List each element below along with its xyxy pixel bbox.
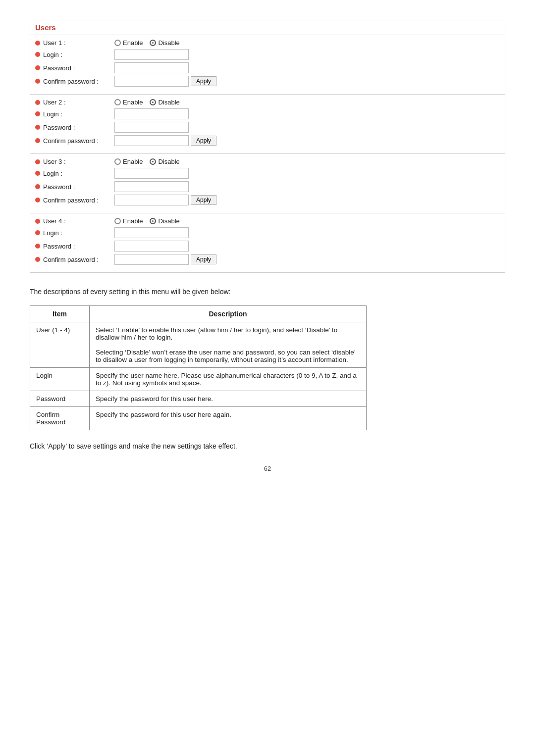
user-row-1: User 1 : Enable Disable — [35, 39, 500, 47]
bullet-icon — [35, 111, 40, 116]
confirm-input-2[interactable] — [114, 135, 189, 146]
user-row-4: User 4 : Enable Disable — [35, 217, 500, 225]
bullet-icon — [35, 257, 40, 262]
bullet-icon — [35, 79, 40, 84]
password-input-2[interactable] — [114, 122, 189, 133]
login-row-4: Login : — [35, 227, 500, 238]
table-row-1: LoginSpecify the user name here. Please … — [30, 368, 367, 391]
password-input-1[interactable] — [114, 62, 189, 73]
user-label-2: User 2 : — [35, 99, 114, 106]
page-number: 62 — [30, 465, 505, 472]
login-row-2: Login : — [35, 108, 500, 119]
table-item-0: User (1 - 4) — [30, 322, 90, 368]
table-row-3: Confirm PasswordSpecify the password for… — [30, 407, 367, 430]
password-input-4[interactable] — [114, 241, 189, 252]
enable-radio-btn-4[interactable] — [114, 218, 121, 224]
login-input-2[interactable] — [114, 108, 189, 119]
users-section: Users User 1 : Enable Disable — [30, 20, 505, 273]
col-desc-header: Description — [90, 306, 367, 322]
apply-button-1[interactable]: Apply — [191, 76, 216, 86]
description-table: Item Description User (1 - 4)Select ‘Ena… — [30, 305, 367, 430]
enable-radio-2[interactable]: Enable — [114, 99, 143, 106]
table-item-1: Login — [30, 368, 90, 391]
confirm-input-4[interactable] — [114, 254, 189, 265]
disable-radio-btn-1[interactable] — [150, 40, 156, 46]
footer-text: Click ‘Apply’ to save settings and make … — [30, 442, 505, 450]
bullet-icon — [35, 41, 40, 46]
login-row-3: Login : — [35, 168, 500, 179]
login-input-3[interactable] — [114, 168, 189, 179]
user-row-3: User 3 : Enable Disable — [35, 158, 500, 165]
login-row-1: Login : — [35, 49, 500, 60]
password-row-1: Password : — [35, 62, 500, 73]
enable-radio-4[interactable]: Enable — [114, 217, 143, 225]
password-row-2: Password : — [35, 122, 500, 133]
user-label-3: User 3 : — [35, 158, 114, 165]
table-desc-0: Select ‘Enable’ to enable this user (all… — [90, 322, 367, 368]
disable-radio-1[interactable]: Disable — [150, 39, 179, 47]
password-input-3[interactable] — [114, 181, 189, 192]
table-item-3: Confirm Password — [30, 407, 90, 430]
user-block-4: User 4 : Enable Disable Login : — [30, 213, 505, 272]
apply-button-4[interactable]: Apply — [191, 254, 216, 264]
user-label-1: User 1 : — [35, 39, 114, 47]
bullet-icon — [35, 125, 40, 130]
enable-radio-btn-1[interactable] — [114, 40, 121, 46]
bullet-icon — [35, 219, 40, 224]
user-block-2: User 2 : Enable Disable Login : — [30, 95, 505, 154]
login-input-4[interactable] — [114, 227, 189, 238]
users-title: Users — [30, 20, 505, 35]
bullet-icon — [35, 138, 40, 143]
table-desc-3: Specify the password for this user here … — [90, 407, 367, 430]
table-row-2: PasswordSpecify the password for this us… — [30, 391, 367, 407]
table-desc-1: Specify the user name here. Please use a… — [90, 368, 367, 391]
enable-disable-group-3[interactable]: Enable Disable — [114, 158, 180, 165]
enable-radio-btn-2[interactable] — [114, 99, 121, 105]
password-row-4: Password : — [35, 241, 500, 252]
bullet-icon — [35, 159, 40, 164]
table-item-2: Password — [30, 391, 90, 407]
enable-radio-3[interactable]: Enable — [114, 158, 143, 165]
enable-radio-1[interactable]: Enable — [114, 39, 143, 47]
bullet-icon — [35, 230, 40, 235]
bullet-icon — [35, 65, 40, 70]
confirm-input-3[interactable] — [114, 195, 189, 205]
disable-radio-4[interactable]: Disable — [150, 217, 179, 225]
password-row-3: Password : — [35, 181, 500, 192]
user-block-3: User 3 : Enable Disable Login : — [30, 154, 505, 213]
enable-disable-group-2[interactable]: Enable Disable — [114, 99, 180, 106]
table-desc-2: Specify the password for this user here. — [90, 391, 367, 407]
user-row-2: User 2 : Enable Disable — [35, 99, 500, 106]
apply-button-3[interactable]: Apply — [191, 195, 216, 205]
bullet-icon — [35, 171, 40, 176]
disable-radio-btn-3[interactable] — [150, 158, 156, 165]
table-row-0: User (1 - 4)Select ‘Enable’ to enable th… — [30, 322, 367, 368]
confirm-row-4: Confirm password : Apply — [35, 254, 500, 265]
disable-radio-btn-4[interactable] — [150, 218, 156, 224]
disable-radio-2[interactable]: Disable — [150, 99, 179, 106]
enable-disable-group-1[interactable]: Enable Disable — [114, 39, 180, 47]
bullet-icon — [35, 100, 40, 105]
apply-button-2[interactable]: Apply — [191, 136, 216, 146]
bullet-icon — [35, 244, 40, 249]
bullet-icon — [35, 52, 40, 57]
enable-disable-group-4[interactable]: Enable Disable — [114, 217, 180, 225]
confirm-row-2: Confirm password : Apply — [35, 135, 500, 146]
enable-radio-btn-3[interactable] — [114, 158, 121, 165]
user-label-4: User 4 : — [35, 217, 114, 225]
login-input-1[interactable] — [114, 49, 189, 60]
col-item-header: Item — [30, 306, 90, 322]
confirm-input-1[interactable] — [114, 76, 189, 87]
disable-radio-btn-2[interactable] — [150, 99, 156, 105]
bullet-icon — [35, 184, 40, 189]
confirm-row-1: Confirm password : Apply — [35, 76, 500, 87]
confirm-row-3: Confirm password : Apply — [35, 195, 500, 205]
user-block-1: User 1 : Enable Disable Login : — [30, 35, 505, 95]
description-intro: The descriptions of every setting in thi… — [30, 288, 505, 296]
bullet-icon — [35, 198, 40, 202]
disable-radio-3[interactable]: Disable — [150, 158, 179, 165]
